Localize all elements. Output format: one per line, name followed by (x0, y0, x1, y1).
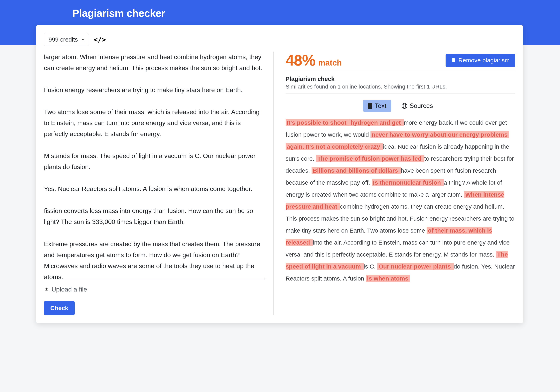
tab-text[interactable]: Text (363, 100, 391, 112)
globe-icon (402, 103, 407, 109)
toolbar: 999 credits </> (44, 33, 515, 46)
upload-file-button[interactable]: Upload a file (44, 286, 265, 293)
text-input[interactable] (44, 51, 265, 279)
result-subheader: Plagiarism check Similarities found on 1… (286, 72, 515, 94)
remove-plagiarism-button[interactable]: Remove plagiarism (446, 54, 515, 67)
credits-label: 999 credits (49, 36, 78, 43)
highlighted-text: is when atoms (366, 275, 410, 282)
file-icon (368, 103, 372, 109)
result-header: 48% match Remove plagiarism (286, 51, 515, 72)
main-card: 999 credits </> Upload a file Check (36, 25, 523, 323)
chevron-down-icon (81, 39, 84, 40)
result-description: Similarities found on 1 online locations… (286, 83, 515, 90)
highlighted-text: Is thermonuclear fusion (372, 179, 444, 186)
document-icon (451, 57, 456, 64)
credits-dropdown[interactable]: 999 credits (44, 33, 89, 46)
highlighted-text: It's possible to shoot (286, 119, 349, 126)
result-text-body: It's possible to shoot hydrogen and get … (286, 117, 515, 284)
highlighted-text: Billions and billions of dollars (311, 167, 401, 174)
upload-label: Upload a file (51, 286, 87, 293)
svg-rect-0 (453, 60, 454, 60)
plain-text: is C. (364, 263, 377, 270)
result-subtitle: Plagiarism check (286, 76, 515, 82)
page-title: Plagiarism checker (72, 7, 488, 19)
plain-text: into the air. According to Einstein, mas… (286, 239, 510, 258)
match-label: match (318, 58, 342, 67)
code-icon[interactable]: </> (94, 36, 106, 44)
highlighted-text: Our nuclear power plants (377, 263, 454, 270)
input-panel: Upload a file Check (44, 51, 274, 315)
tab-text-label: Text (375, 102, 386, 110)
result-panel: 48% match Remove plagiarism Plagiarism c… (286, 51, 515, 315)
tab-sources[interactable]: Sources (397, 100, 438, 112)
highlighted-text: again. It's not a completely crazy (286, 143, 383, 150)
highlighted-text: The promise of fusion power has led (316, 155, 424, 162)
remove-plagiarism-label: Remove plagiarism (458, 57, 510, 64)
result-tabs: Text Sources (286, 94, 515, 117)
check-button[interactable]: Check (44, 301, 75, 315)
match-percent: 48% (286, 51, 315, 69)
tab-sources-label: Sources (410, 102, 433, 110)
highlighted-text: never have to worry about our energy pro… (370, 131, 509, 138)
upload-icon (44, 287, 49, 292)
highlighted-text: hydrogen and get (349, 119, 404, 126)
